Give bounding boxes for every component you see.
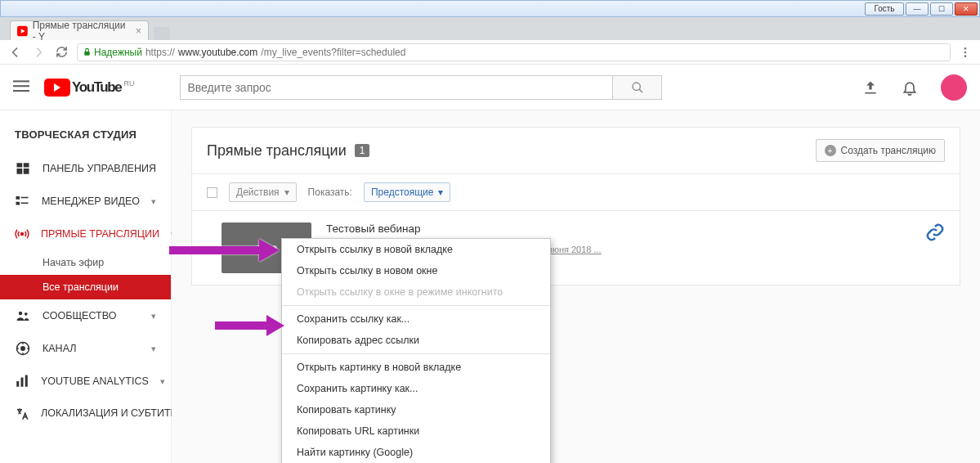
window-maximize-button[interactable]: ☐ [930,2,953,16]
context-menu-item[interactable]: Сохранить картинку как... [282,378,550,399]
sidebar-item-channel[interactable]: КАНАЛ ▾ [0,332,171,365]
page-header: Прямые трансляции 1 + Создать трансляцию [191,127,960,174]
sidebar-item-live-streaming[interactable]: ПРЯМЫЕ ТРАНСЛЯЦИИ ▾ [0,218,171,250]
tab-title: Прямые трансляции - Y [33,20,131,43]
link-icon [925,223,945,242]
svg-marker-32 [259,239,280,262]
select-all-checkbox[interactable] [207,187,217,198]
svg-point-4 [964,51,967,53]
svg-rect-6 [13,80,29,82]
bell-icon [902,79,918,96]
sidebar-item-label: ПАНЕЛЬ УПРАВЛЕНИЯ [43,163,156,174]
svg-point-20 [21,233,24,236]
upload-button[interactable] [862,79,879,96]
guest-badge[interactable]: Гость [865,2,904,16]
svg-rect-31 [25,375,28,387]
browser-toolbar: Надежный https://www.youtube.com/my_live… [0,40,980,65]
youtube-masthead: YouTube RU [0,65,980,110]
sidebar-item-label: СООБЩЕСТВО [43,310,116,321]
creator-sidebar: ТВОРЧЕСКАЯ СТУДИЯ ПАНЕЛЬ УПРАВЛЕНИЯ МЕНЕ… [0,110,172,463]
search-button[interactable] [613,75,662,100]
nav-back-button[interactable] [8,45,23,60]
upload-icon [862,79,879,96]
channel-icon [15,340,31,357]
lock-icon [83,47,92,56]
search-input[interactable] [180,75,613,100]
svg-point-9 [633,83,640,90]
svg-rect-7 [13,85,29,87]
svg-rect-15 [24,169,29,174]
nav-forward-button[interactable] [31,45,46,60]
sidebar-item-analytics[interactable]: YOUTUBE ANALYTICS ▾ [0,365,171,398]
sidebar-item-translations[interactable]: ЛОКАЛИЗАЦИЯ И СУБТИТРЫ ▾ [0,398,171,430]
svg-point-3 [964,47,967,50]
youtube-logo[interactable]: YouTube RU [44,79,134,97]
context-menu-item[interactable]: Открыть картинку в новой вкладке [282,357,550,378]
context-menu-item[interactable]: Найти картинку (Google) [282,442,550,463]
translate-icon [15,406,29,422]
sidebar-sub-start-stream[interactable]: Начать эфир [0,250,171,275]
show-label: Показать: [308,187,352,198]
live-icon [15,226,29,242]
analytics-icon [15,373,29,389]
context-menu-item[interactable]: Копировать URL картинки [282,420,550,442]
sidebar-item-community[interactable]: СООБЩЕСТВО ▾ [0,299,171,332]
browser-tabstrip: Прямые трансляции - Y × [0,17,980,40]
sidebar-title: ТВОРЧЕСКАЯ СТУДИЯ [0,122,171,152]
browser-tab[interactable]: Прямые трансляции - Y × [10,20,149,40]
share-link-button[interactable] [925,223,945,242]
sidebar-item-label: КАНАЛ [43,343,76,354]
create-broadcast-button[interactable]: + Создать трансляцию [816,139,945,162]
context-menu-item: Открыть ссылку в окне в режиме инкогнито [282,281,550,303]
dashboard-icon [15,160,31,177]
nav-reload-button[interactable] [54,45,69,60]
video-manager-icon [15,193,30,209]
context-menu-item[interactable]: Открыть ссылку в новом окне [282,260,550,281]
address-bar[interactable]: Надежный https://www.youtube.com/my_live… [77,43,951,61]
count-badge: 1 [355,144,370,157]
sidebar-item-dashboard[interactable]: ПАНЕЛЬ УПРАВЛЕНИЯ [0,152,171,185]
context-menu-separator [282,305,550,306]
window-minimize-button[interactable]: — [906,2,929,16]
annotation-arrow [211,311,284,344]
actions-dropdown[interactable]: Действия▾ [229,182,297,202]
new-tab-button[interactable] [154,27,170,40]
plus-icon: + [825,145,836,156]
chevron-down-icon: ▾ [151,311,156,321]
account-avatar[interactable] [941,74,967,101]
youtube-region: RU [123,79,134,88]
svg-rect-18 [16,202,20,205]
sidebar-item-video-manager[interactable]: МЕНЕДЖЕР ВИДЕО ▾ [0,185,171,218]
window-close-button[interactable]: ✕ [955,2,978,16]
sidebar-sub-all-streams[interactable]: Все трансляции [0,275,171,299]
context-menu-item[interactable]: Копировать адрес ссылки [282,330,550,351]
sidebar-item-label: ПРЯМЫЕ ТРАНСЛЯЦИИ [41,228,159,240]
svg-line-10 [639,89,642,92]
url-scheme: https:// [145,47,175,58]
context-menu-separator [282,353,550,354]
context-menu-item[interactable]: Копировать картинку [282,399,550,420]
notifications-button[interactable] [902,79,918,96]
svg-point-5 [964,55,967,57]
svg-rect-14 [16,169,22,174]
context-menu-item[interactable]: Открыть ссылку в новой вкладке [282,239,550,260]
chevron-down-icon: ▾ [151,344,156,354]
page-title: Прямые трансляции [207,142,347,160]
svg-rect-8 [13,90,29,92]
create-button-label: Создать трансляцию [841,145,936,156]
guide-menu-button[interactable] [13,78,31,97]
sidebar-item-label: YOUTUBE ANALYTICS [41,375,149,387]
filter-dropdown[interactable]: Предстоящие▾ [364,182,451,202]
video-title[interactable]: Тестовый вебинар [326,223,911,235]
svg-rect-13 [24,163,29,167]
annotation-arrow [165,234,280,270]
svg-rect-11 [865,92,875,93]
svg-rect-12 [16,163,22,167]
sidebar-item-label: ЛОКАЛИЗАЦИЯ И СУБТИТРЫ [41,408,186,420]
context-menu-item[interactable]: Сохранить ссылку как... [282,308,550,330]
url-path: /my_live_events?filter=scheduled [261,47,405,58]
youtube-favicon-icon [17,25,28,37]
tab-close-icon[interactable]: × [136,25,141,37]
svg-rect-2 [84,52,89,56]
browser-menu-button[interactable] [959,46,972,59]
